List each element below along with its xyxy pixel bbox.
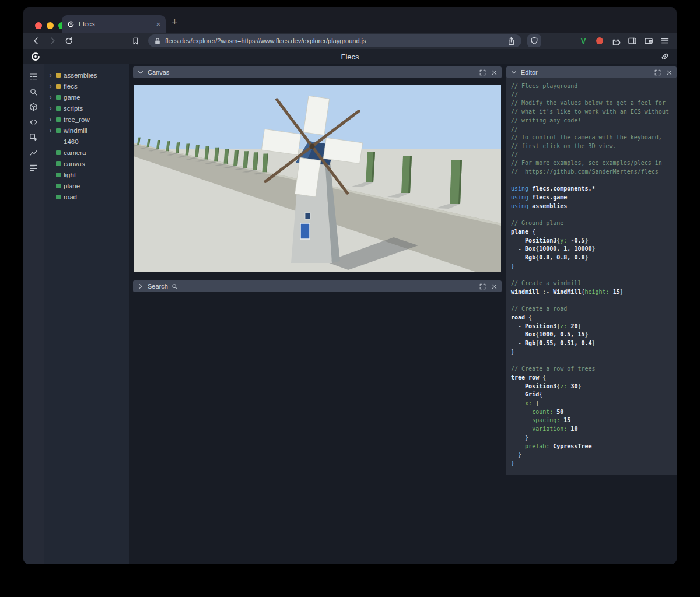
tree-item-camera[interactable]: camera [44,147,130,158]
tree-item-scripts[interactable]: ›scripts [44,103,130,114]
chevron-down-icon[interactable] [510,69,517,76]
url-bar[interactable]: flecs.dev/explorer/?wasm=https://www.fle… [148,34,522,47]
editor-panel-header[interactable]: Editor [506,66,677,78]
tab-close-icon[interactable]: × [156,20,160,28]
scene-3d [134,85,501,272]
code-line: count: 50 [511,408,672,417]
chevron-right-icon[interactable]: › [48,115,53,124]
outliner-icon[interactable] [27,69,41,84]
forward-button[interactable] [46,34,60,47]
browser-tab-flecs[interactable]: Flecs × [62,15,166,33]
tree-item-label: camera [64,149,86,156]
chevron-right-icon[interactable]: › [48,104,53,113]
bookmark-button[interactable] [128,34,142,47]
rewards-extension-icon[interactable] [594,34,606,47]
toolbar-right-cluster: V [578,34,671,47]
code-icon[interactable] [27,114,41,129]
close-icon[interactable] [491,283,498,290]
tree-item-label: windmill [64,127,88,134]
sidebar-icon[interactable] [626,34,638,47]
tree-item-flecs[interactable]: ›flecs [44,80,130,92]
wallet-icon[interactable] [643,34,654,47]
chart-icon[interactable] [27,145,41,160]
new-tab-button[interactable]: + [172,16,178,29]
url-text[interactable]: flecs.dev/explorer/?wasm=https://www.fle… [165,37,503,44]
browser-window: Flecs × + flecs.dev/explorer/?wasm=https… [23,7,677,564]
tree-item-canvas[interactable]: canvas [44,158,130,169]
entity-color-square [56,84,61,89]
browser-titlebar: Flecs × + [23,7,677,33]
entity-color-square [56,128,61,133]
code-line: tree_row { [511,374,672,382]
tree-item-1460[interactable]: 1460 [44,136,130,147]
tree-item-assemblies[interactable]: ›assemblies [44,69,130,80]
code-line: - Position3{z: 20} [511,322,672,331]
tree-item-plane[interactable]: plane [44,180,130,191]
code-line: // Modify the values below to get a feel… [511,99,672,108]
chevron-right-icon[interactable]: › [48,71,53,79]
chevron-right-icon[interactable]: › [48,127,53,135]
entity-color-square [56,73,61,78]
menu-icon[interactable] [659,34,671,47]
entity-tree: ›assemblies›flecs›game›scripts›tree_row›… [44,64,130,564]
back-button[interactable] [29,34,43,47]
entity-color-spacer [56,139,61,144]
entity-color-square [56,106,61,111]
list-icon[interactable] [27,160,41,175]
link-icon[interactable] [660,52,670,61]
code-line: - Box{1000, 0.5, 15} [511,331,672,339]
tree-item-light[interactable]: light [44,169,130,180]
search-panel-header[interactable]: Search [133,280,502,292]
code-line: // Flecs playground [511,82,672,91]
editor-code: // Flecs playground//// Modify the value… [511,82,672,468]
close-icon[interactable] [491,69,498,76]
lock-icon [154,37,161,45]
tree-item-label: road [64,194,77,201]
code-line: // [511,151,672,160]
code-line: } [511,262,672,271]
entity-color-square [56,117,61,122]
expand-icon[interactable] [480,69,486,76]
code-line: // Ground plane [511,219,672,228]
v-extension-icon[interactable]: V [578,34,589,47]
tree-item-windmill[interactable]: ›windmill [44,125,130,136]
chevron-right-icon[interactable] [137,283,144,290]
tree-item-label: scripts [64,105,83,112]
entity-color-square [56,161,61,166]
search-icon[interactable] [27,84,41,99]
canvas-panel-header[interactable]: Canvas [133,66,502,78]
code-line: - Rgb{0.55, 0.51, 0.4} [511,339,672,348]
tree-item-tree_row[interactable]: ›tree_row [44,114,130,125]
reload-button[interactable] [62,34,76,47]
code-editor[interactable]: // Flecs playground//// Modify the value… [506,78,677,475]
expand-icon[interactable] [480,283,486,290]
close-window-button[interactable] [35,22,42,29]
browser-navbar: flecs.dev/explorer/?wasm=https://www.fle… [23,33,677,49]
puzzle-icon[interactable] [610,34,622,47]
tree-item-label: tree_row [64,116,90,123]
tree-item-game[interactable]: ›game [44,92,130,103]
share-icon[interactable] [507,37,516,45]
tree-item-label: plane [64,182,80,189]
code-line: - Grid{ [511,391,672,399]
app-main: ›assemblies›flecs›game›scripts›tree_row›… [23,64,677,564]
chevron-right-icon[interactable]: › [48,93,53,101]
canvas-3d-view[interactable] [134,85,501,272]
expand-icon[interactable] [654,69,661,76]
entity-color-square [56,184,61,188]
inspect-icon[interactable] [27,129,41,145]
minimize-window-button[interactable] [47,22,54,29]
close-icon[interactable] [666,69,673,76]
chevron-down-icon[interactable] [137,69,144,76]
chevron-right-icon[interactable]: › [48,82,53,90]
flecs-favicon [67,20,75,28]
back-icon [32,36,41,45]
tree-item-label: canvas [64,160,85,167]
brave-shields-button[interactable] [527,34,541,47]
code-line: prefab: CypressTree [511,443,672,451]
code-line: - Rgb{0.8, 0.8, 0.8} [511,254,672,262]
traffic-lights [35,22,65,29]
bookmark-icon [131,37,140,45]
cube-icon[interactable] [27,99,41,114]
tree-item-road[interactable]: road [44,191,130,202]
